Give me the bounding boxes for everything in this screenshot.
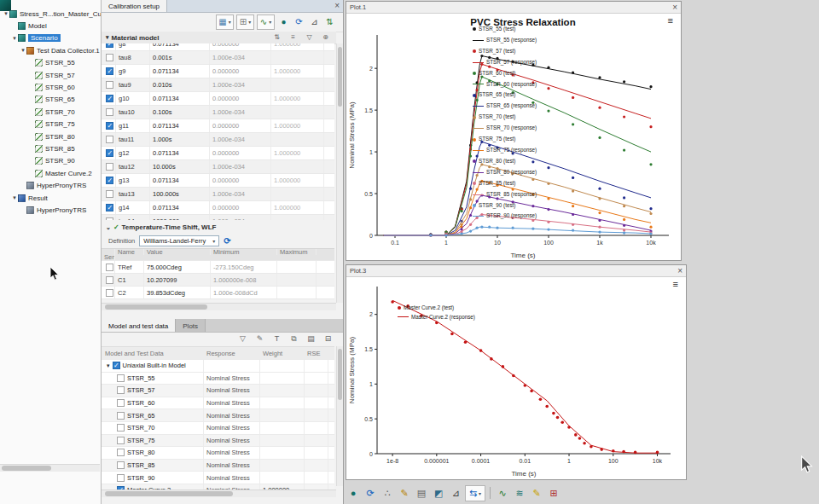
group-row-uniaxial-built-in-model[interactable]: ▾Uniaxial Built-in Model bbox=[102, 360, 334, 373]
param-value[interactable]: 0.071134 bbox=[150, 201, 210, 214]
param-max[interactable] bbox=[271, 133, 324, 146]
paste-icon[interactable]: ▤ bbox=[305, 334, 317, 345]
wlf-row-c1[interactable]: C110.2070991.000000e-008 bbox=[102, 274, 334, 287]
param-max[interactable] bbox=[271, 215, 324, 220]
tree-item-model[interactable]: Model bbox=[0, 20, 101, 32]
param-max[interactable]: 1.000000 bbox=[271, 43, 324, 50]
param-value[interactable]: 1000.000s bbox=[150, 215, 210, 220]
tree-item-test-data-collector-1[interactable]: ▾Test Data Collector.1 bbox=[0, 44, 101, 56]
text-icon[interactable]: T bbox=[270, 334, 283, 345]
tree-item-stsr-65[interactable]: STSR_65 bbox=[0, 94, 101, 106]
tree-item-stsr-85[interactable]: STSR_85 bbox=[0, 142, 101, 154]
material-view-dropdown[interactable]: ▦▾ bbox=[216, 14, 234, 30]
refresh-icon[interactable]: ⟳ bbox=[363, 486, 378, 501]
unchecked-checkbox[interactable] bbox=[117, 424, 125, 432]
checked-checkbox[interactable] bbox=[106, 95, 113, 102]
param-value[interactable]: 75.000Cdeg bbox=[144, 261, 211, 273]
unchecked-checkbox[interactable] bbox=[117, 449, 125, 456]
param-value[interactable]: 10.207099 bbox=[144, 274, 211, 286]
close-icon[interactable]: × bbox=[677, 266, 682, 275]
scrollbar-thumb[interactable] bbox=[2, 466, 51, 471]
menu-icon[interactable]: ≡ bbox=[668, 15, 673, 26]
tree-item-stsr-75[interactable]: STSR_75 bbox=[0, 119, 101, 130]
test-row-stsr-70[interactable]: STSR_70Nominal Stress bbox=[102, 422, 334, 435]
response-value[interactable]: Nominal Stress bbox=[204, 373, 260, 385]
material-row-tau12[interactable]: tau1210.000s1.000e-034 bbox=[102, 160, 334, 174]
scrollbar-thumb[interactable] bbox=[338, 47, 342, 107]
param-min[interactable]: 1.000e-034 bbox=[210, 188, 271, 200]
material-row-tau13[interactable]: tau13100.000s1.000e-034 bbox=[102, 188, 334, 201]
table-vertical-scrollbar[interactable] bbox=[336, 346, 343, 486]
unchecked-checkbox[interactable] bbox=[106, 136, 113, 143]
param-value[interactable]: 10.000s bbox=[150, 160, 210, 173]
material-row-g8[interactable]: g80.0711340.0000001.000000 bbox=[102, 43, 334, 51]
param-value[interactable]: 0.001s bbox=[150, 51, 210, 64]
globe-icon[interactable]: ● bbox=[346, 486, 361, 501]
response-value[interactable]: Nominal Stress bbox=[204, 422, 260, 434]
param-value[interactable]: 0.071134 bbox=[150, 147, 210, 159]
param-min[interactable]: 1.000e-034 bbox=[210, 133, 271, 146]
response-value[interactable]: Nominal Stress bbox=[204, 397, 260, 409]
column-header-rse[interactable]: RSE bbox=[305, 347, 328, 359]
tree-horizontal-scrollbar[interactable] bbox=[0, 464, 100, 472]
checked-checkbox[interactable] bbox=[106, 177, 113, 184]
param-max[interactable] bbox=[277, 274, 317, 286]
chart-icon[interactable]: ⊿ bbox=[308, 15, 321, 29]
plot-options-dropdown[interactable]: ∿▾ bbox=[257, 14, 275, 30]
list-icon[interactable]: ≡ bbox=[287, 32, 299, 43]
filter-icon[interactable]: ▽ bbox=[303, 32, 316, 43]
unchecked-checkbox[interactable] bbox=[106, 54, 113, 61]
param-max[interactable] bbox=[271, 78, 324, 91]
refresh-icon[interactable]: ⟳ bbox=[224, 236, 230, 246]
material-row-tau10[interactable]: tau100.100s1.000e-034 bbox=[102, 106, 334, 119]
grid-icon[interactable]: ⊞ bbox=[546, 486, 561, 501]
material-row-g9[interactable]: g90.0711340.0000001.000000 bbox=[102, 65, 334, 78]
param-min[interactable]: 0.000000 bbox=[210, 43, 271, 50]
wlf-row-tref[interactable]: TRef75.000Cdeg-273.150Cdeg bbox=[102, 261, 334, 274]
tree-item-stsr-70[interactable]: STSR_70 bbox=[0, 106, 101, 118]
param-min[interactable]: 0.000000 bbox=[210, 147, 271, 159]
expander-icon[interactable]: ▾ bbox=[20, 47, 26, 54]
expander-icon[interactable]: ▾ bbox=[11, 35, 18, 42]
unchecked-checkbox[interactable] bbox=[106, 264, 113, 271]
unchecked-checkbox[interactable] bbox=[117, 461, 125, 469]
weight-value[interactable] bbox=[260, 397, 305, 409]
tab-plots[interactable]: Plots bbox=[176, 319, 206, 332]
tree-item-stsr-80[interactable]: STSR_80 bbox=[0, 130, 101, 142]
weight-value[interactable] bbox=[260, 373, 305, 385]
column-header-response[interactable]: Response bbox=[204, 347, 260, 359]
unchecked-checkbox[interactable] bbox=[117, 374, 125, 382]
param-max[interactable] bbox=[271, 106, 324, 119]
sort-icon[interactable]: ⇅ bbox=[270, 32, 283, 43]
tree-item-scenario[interactable]: ▾Scenario bbox=[0, 32, 101, 44]
wlf-row-c2[interactable]: C239.853dCdeg1.000e-008dCd bbox=[102, 287, 334, 299]
globe-icon[interactable]: ● bbox=[277, 15, 290, 29]
checked-checkbox[interactable] bbox=[106, 43, 113, 48]
response-value[interactable]: Nominal Stress bbox=[204, 472, 260, 484]
weight-value[interactable] bbox=[260, 447, 305, 459]
weight-value[interactable] bbox=[260, 435, 305, 447]
param-value[interactable]: 0.071134 bbox=[150, 174, 210, 187]
expander-icon[interactable]: ▾ bbox=[3, 10, 9, 17]
tree-item-stsr-57[interactable]: STSR_57 bbox=[0, 69, 101, 81]
param-min[interactable]: 1.000e-034 bbox=[210, 78, 271, 91]
test-row-stsr-65[interactable]: STSR_65Nominal Stress bbox=[102, 409, 334, 422]
bar-chart-icon[interactable]: ⊿ bbox=[448, 486, 463, 501]
param-min[interactable]: 1.000e-034 bbox=[210, 51, 271, 64]
unchecked-checkbox[interactable] bbox=[117, 437, 125, 444]
material-model-header[interactable]: ▾ Material model ⇅≡▽⊕ bbox=[102, 32, 336, 44]
unchecked-checkbox[interactable] bbox=[106, 289, 113, 297]
material-vertical-scrollbar[interactable] bbox=[336, 43, 343, 303]
wlf-section-header[interactable]: ⌄ ✓ Temperature-Time Shift, WLF bbox=[102, 222, 343, 233]
scrollbar-thumb[interactable] bbox=[105, 304, 207, 310]
param-max[interactable]: 1.000000 bbox=[271, 201, 324, 214]
edit-plot-icon[interactable]: ✎ bbox=[397, 486, 412, 501]
column-header-weight[interactable]: Weight bbox=[260, 347, 305, 359]
close-icon[interactable]: × bbox=[334, 0, 340, 12]
tab-model-and-test-data[interactable]: Model and test data bbox=[102, 319, 176, 332]
test-row-stsr-80[interactable]: STSR_80Nominal Stress bbox=[102, 447, 334, 460]
multi-curve-icon[interactable]: ≋ bbox=[512, 486, 527, 501]
checked-checkbox[interactable] bbox=[106, 204, 113, 211]
bottom-horizontal-scrollbar[interactable] bbox=[102, 490, 336, 497]
menu-icon[interactable]: ≡ bbox=[673, 279, 678, 289]
